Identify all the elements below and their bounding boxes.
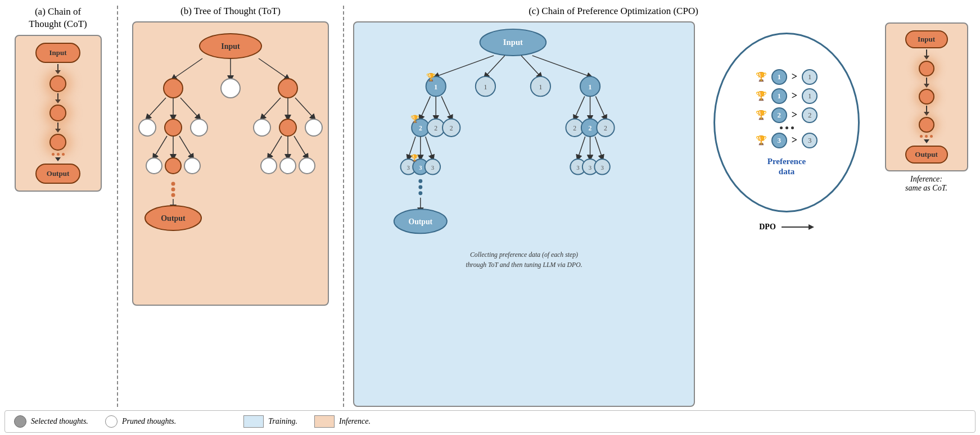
- legend-selected: Selected thoughts.: [14, 415, 88, 428]
- inf-node-3: [919, 117, 934, 133]
- cot-input-node: Input: [35, 43, 80, 63]
- svg-line-11: [262, 98, 281, 118]
- svg-point-93: [418, 191, 422, 195]
- cot-output-node: Output: [35, 164, 80, 184]
- svg-line-2: [173, 58, 202, 79]
- svg-text:2: 2: [450, 125, 453, 132]
- cpo-tree-svg: Input 1 🏆 1: [389, 26, 659, 296]
- legend-selected-label: Selected thoughts.: [31, 417, 88, 426]
- panel-cot-title: (a) Chain ofThought (CoT): [29, 6, 87, 30]
- svg-line-41: [485, 56, 504, 76]
- legend-inference-label: Inference.: [339, 417, 371, 426]
- svg-text:Output: Output: [161, 214, 186, 223]
- svg-line-74: [426, 137, 433, 158]
- svg-point-15: [165, 119, 182, 136]
- svg-point-32: [171, 182, 175, 186]
- svg-point-29: [261, 158, 277, 174]
- svg-line-20: [154, 136, 167, 157]
- svg-point-7: [278, 79, 297, 98]
- panel-cot: (a) Chain ofThought (CoT) Input: [4, 6, 111, 407]
- svg-point-5: [164, 79, 183, 98]
- svg-marker-100: [809, 224, 814, 230]
- svg-line-58: [595, 96, 606, 118]
- svg-text:3: 3: [419, 164, 422, 171]
- svg-line-13: [295, 98, 314, 118]
- svg-point-19: [305, 119, 322, 136]
- svg-text:3: 3: [600, 164, 603, 171]
- svg-text:1: 1: [588, 83, 591, 91]
- inf-input-node: Input: [905, 30, 948, 48]
- svg-point-28: [184, 158, 200, 174]
- svg-line-55: [441, 96, 451, 118]
- svg-text:🏆: 🏆: [410, 154, 419, 162]
- svg-text:🏆: 🏆: [426, 72, 436, 82]
- svg-line-22: [179, 136, 192, 157]
- svg-text:1: 1: [434, 83, 437, 91]
- svg-point-6: [221, 79, 240, 98]
- svg-text:Input: Input: [503, 38, 523, 47]
- inference-caption: Inference:same as CoT.: [905, 175, 947, 193]
- svg-point-14: [139, 119, 156, 136]
- legend-training-icon: [243, 415, 264, 428]
- svg-line-53: [421, 96, 431, 118]
- svg-text:Output: Output: [409, 218, 433, 226]
- legend-selected-icon: [14, 415, 26, 428]
- cot-box: Input: [15, 35, 102, 192]
- svg-text:Collecting preference data (of: Collecting preference data (of each step…: [470, 251, 578, 259]
- svg-line-10: [180, 98, 199, 118]
- svg-point-18: [279, 119, 296, 136]
- svg-line-43: [532, 56, 590, 76]
- svg-line-25: [294, 136, 307, 157]
- separator-ab: [117, 6, 118, 407]
- legend-inference-icon: [314, 415, 335, 428]
- tot-tree-svg: Input: [135, 29, 326, 299]
- legend-pruned: Pruned thoughts.: [105, 415, 176, 428]
- svg-text:2: 2: [604, 125, 607, 132]
- panel-tot: (b) Tree of Thought (ToT) Input: [124, 6, 337, 407]
- legend-inference: Inference.: [314, 415, 371, 428]
- cot-node-1: [49, 75, 66, 92]
- svg-line-82: [578, 137, 585, 158]
- separator-bc: [343, 6, 344, 407]
- inf-node-2: [919, 89, 934, 105]
- panel-cpo-title: (c) Chain of Preference Optimization (CP…: [529, 6, 698, 17]
- svg-point-26: [146, 158, 162, 174]
- svg-point-31: [299, 158, 315, 174]
- svg-text:2: 2: [419, 125, 422, 132]
- svg-point-33: [171, 188, 175, 192]
- svg-text:3: 3: [576, 164, 579, 171]
- tot-box: Input: [132, 21, 329, 306]
- svg-point-91: [418, 179, 422, 183]
- svg-text:3: 3: [589, 164, 591, 171]
- inf-node-1: [919, 61, 934, 76]
- legend-training-label: Training.: [268, 417, 297, 426]
- legend-pruned-label: Pruned thoughts.: [122, 417, 176, 426]
- svg-text:3: 3: [431, 164, 434, 171]
- svg-point-30: [280, 158, 296, 174]
- svg-text:1: 1: [484, 83, 487, 91]
- inf-output-node: Output: [905, 146, 948, 164]
- svg-point-17: [254, 119, 270, 136]
- svg-line-23: [269, 136, 282, 157]
- svg-line-4: [259, 58, 288, 79]
- svg-text:2: 2: [589, 125, 592, 132]
- svg-point-34: [171, 193, 175, 197]
- svg-line-42: [521, 56, 540, 76]
- panel-inference: Input: [877, 6, 976, 407]
- legend-pruned-icon: [105, 415, 118, 428]
- legend: Selected thoughts. Pruned thoughts. Trai…: [4, 410, 976, 433]
- panel-tot-title: (b) Tree of Thought (ToT): [180, 6, 281, 17]
- svg-text:🏆: 🏆: [410, 115, 419, 124]
- legend-training: Training.: [243, 415, 297, 428]
- cot-node-3: [49, 134, 66, 151]
- svg-text:Input: Input: [221, 42, 240, 51]
- svg-line-84: [595, 137, 602, 158]
- svg-point-27: [165, 158, 181, 174]
- svg-text:3: 3: [407, 164, 410, 171]
- cot-node-2: [49, 105, 66, 121]
- svg-line-8: [147, 98, 166, 118]
- svg-line-40: [436, 56, 494, 76]
- svg-point-16: [191, 119, 207, 136]
- svg-text:through ToT and then tuning LL: through ToT and then tuning LLM via DPO.: [466, 261, 582, 269]
- svg-point-92: [418, 185, 422, 189]
